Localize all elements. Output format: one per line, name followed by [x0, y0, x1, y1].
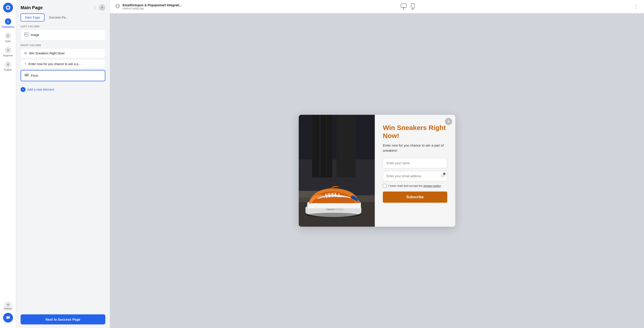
text-icon: T	[24, 62, 26, 66]
desktop-device-button[interactable]	[401, 4, 406, 10]
svg-point-4	[26, 34, 26, 34]
name-input[interactable]	[383, 158, 447, 168]
sidebar-header-icons: ⋮ +	[93, 5, 105, 11]
app-logo[interactable]	[3, 3, 13, 13]
step-1-customize[interactable]: 1 Customize	[2, 17, 14, 30]
form-element[interactable]: Form	[20, 70, 105, 81]
popup-heading: Win Sneakers Right Now!	[383, 124, 447, 140]
heading-element-label: Win Sneakers Right Now!	[29, 52, 65, 55]
step-4-label: Publish	[4, 69, 12, 71]
step-1-label: Customize	[2, 26, 14, 28]
preview-area: AIR MAX × Win Sneakers Right Now! Enter …	[110, 14, 644, 328]
text-element-label: Enter now for you chance to win a p...	[28, 62, 81, 66]
more-options-button[interactable]: ⋮	[634, 4, 639, 10]
step-2-style[interactable]: 2 Style	[2, 31, 14, 44]
email-icon	[441, 174, 444, 178]
popup-right: × Win Sneakers Right Now! Enter now for …	[375, 115, 455, 227]
privacy-checkbox-row: I have read and accept the privacy polic…	[383, 184, 447, 187]
next-to-success-page-button[interactable]: Next to Success Page	[20, 314, 105, 324]
email-input[interactable]	[383, 171, 447, 181]
form-icon	[24, 73, 28, 78]
settings-button[interactable]: Settings	[3, 301, 13, 311]
step-3-segment[interactable]: 3 Segment	[2, 45, 14, 59]
mobile-device-button[interactable]	[411, 3, 414, 10]
settings-label: Settings	[4, 307, 12, 310]
image-element[interactable]: Image	[20, 30, 105, 40]
main-area: EmailOctopus & Popupsmart Integrati... t…	[110, 0, 644, 328]
svg-rect-10	[401, 4, 406, 8]
svg-rect-6	[25, 75, 28, 76]
svg-point-1	[7, 7, 9, 9]
privacy-policy-link[interactable]: privacy policy	[424, 184, 441, 187]
image-element-label: Image	[31, 33, 39, 37]
top-bar-title: EmailOctopus & Popupsmart Integrati...	[122, 3, 182, 7]
step-2-label: Style	[5, 40, 10, 43]
sidebar: Main Page ⋮ + Main Page Success Pa... LE…	[16, 0, 110, 328]
add-element-label: Add a new element	[27, 88, 54, 91]
sidebar-title: Main Page	[20, 5, 43, 10]
icon-bar-bottom: Settings	[3, 301, 13, 325]
step-4-publish[interactable]: 4 Publish	[2, 60, 14, 73]
tab-row: Main Page Success Pa...	[16, 14, 110, 25]
svg-rect-5	[25, 74, 28, 75]
privacy-checkbox[interactable]	[383, 184, 386, 187]
left-column-section: LEFT COLUMN Image	[16, 25, 110, 44]
subscribe-button[interactable]: Subscribe	[383, 191, 447, 203]
popup-close-button[interactable]: ×	[445, 118, 452, 125]
sidebar-add-icon[interactable]: +	[99, 5, 105, 11]
top-bar-subtitle: trialfirst.netlify.app	[122, 7, 182, 10]
top-bar: EmailOctopus & Popupsmart Integrati... t…	[110, 0, 644, 14]
icon-bar: 1 Customize 2 Style 3 Segment 4 Publish …	[0, 0, 16, 328]
heading-icon: H	[24, 51, 27, 55]
image-icon	[24, 33, 28, 37]
step-3-number: 3	[5, 47, 11, 53]
sidebar-footer: Next to Success Page	[16, 311, 110, 328]
text-element[interactable]: T Enter now for you chance to win a p...	[20, 59, 105, 69]
svg-rect-31	[441, 175, 444, 177]
svg-point-2	[8, 304, 8, 305]
sidebar-header: Main Page ⋮ +	[16, 0, 110, 14]
top-bar-left: EmailOctopus & Popupsmart Integrati... t…	[116, 3, 182, 10]
top-bar-title-block: EmailOctopus & Popupsmart Integrati... t…	[122, 3, 182, 10]
svg-rect-17	[312, 115, 332, 177]
tab-success-page[interactable]: Success Pa...	[44, 14, 73, 22]
email-input-wrap	[383, 171, 447, 181]
svg-text:AIR MAX: AIR MAX	[327, 209, 334, 210]
popup-modal: AIR MAX × Win Sneakers Right Now! Enter …	[299, 115, 455, 227]
sidebar-menu-icon[interactable]: ⋮	[93, 5, 97, 10]
close-icon: ×	[448, 119, 450, 124]
add-element-button[interactable]: + Add a new element	[20, 85, 105, 94]
globe-icon	[116, 4, 120, 10]
right-column-section: RIGHT COLUMN H Win Sneakers Right Now! T…	[16, 44, 110, 85]
plus-circle-icon: +	[20, 87, 26, 92]
popup-subtext: Enter now for you chance to win a pair o…	[383, 143, 447, 153]
heading-element[interactable]: H Win Sneakers Right Now!	[20, 48, 105, 58]
form-element-label: Form	[31, 74, 38, 77]
step-1-number: 1	[5, 18, 11, 25]
svg-point-30	[306, 213, 360, 217]
svg-rect-18	[337, 115, 356, 177]
popup-left-image: AIR MAX	[299, 115, 375, 227]
step-3-label: Segment	[3, 54, 13, 57]
step-4-number: 4	[5, 61, 11, 68]
right-column-label: RIGHT COLUMN	[20, 44, 105, 47]
step-2-number: 2	[5, 33, 11, 39]
left-column-label: LEFT COLUMN	[20, 25, 105, 28]
top-bar-center	[401, 3, 414, 10]
chat-button[interactable]	[3, 313, 13, 323]
tab-main-page[interactable]: Main Page	[20, 14, 44, 22]
checkbox-label: I have read and accept the privacy polic…	[388, 184, 441, 187]
svg-point-14	[412, 7, 413, 8]
